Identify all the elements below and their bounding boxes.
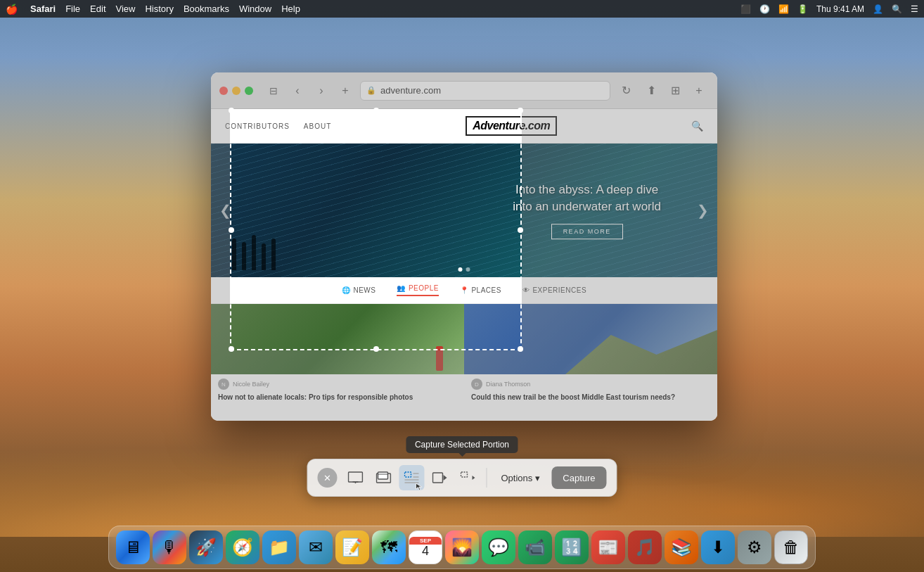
dock-safari[interactable]: 🧭	[226, 530, 259, 564]
close-button[interactable]	[219, 87, 228, 95]
website-content: CONTRIBUTORS ABOUT Adventure.com 🔍 Into …	[211, 109, 717, 421]
apple-menu[interactable]: 🍎	[6, 4, 18, 15]
options-chevron-icon: ▾	[535, 473, 540, 483]
silhouette-4	[262, 243, 266, 270]
article-card-2: D Diana Thomson Could this new trail be …	[464, 304, 717, 407]
record-entire-screen-button[interactable]	[427, 465, 452, 490]
dock-calendar[interactable]: SEP 4	[409, 530, 442, 564]
nav-contributors[interactable]: CONTRIBUTORS	[225, 122, 290, 130]
dock-folder[interactable]: 📁	[262, 530, 296, 564]
new-window-button[interactable]: +	[689, 81, 709, 101]
site-search-icon[interactable]: 🔍	[691, 120, 703, 132]
close-screenshot-button[interactable]: ✕	[317, 468, 337, 488]
app-name[interactable]: Safari	[30, 4, 56, 14]
dock-launchpad[interactable]: 🚀	[189, 530, 223, 564]
dock-notes[interactable]: 📝	[335, 530, 369, 564]
dock-maps[interactable]: 🗺	[372, 530, 406, 564]
capture-entire-screen-button[interactable]	[342, 465, 368, 490]
clock-icon: 🕐	[759, 4, 770, 14]
dock-numbers[interactable]: 🔢	[555, 530, 589, 564]
article-title-2[interactable]: Could this new trail be the boost Middle…	[471, 393, 710, 402]
capture-selected-portion-button[interactable]	[399, 465, 424, 490]
hero-dot-2[interactable]	[466, 267, 470, 272]
cat-places[interactable]: 📍 PLACES	[460, 284, 501, 296]
dock-trash[interactable]: 🗑	[774, 530, 808, 564]
cat-people[interactable]: 👥 PEOPLE	[397, 284, 439, 296]
silhouette-5	[271, 239, 276, 270]
hero-prev-button[interactable]: ❮	[219, 202, 231, 219]
dock-music[interactable]: 🎵	[628, 530, 662, 564]
author-avatar-1: N	[218, 379, 229, 390]
dock-news[interactable]: 📰	[591, 530, 625, 564]
menu-help[interactable]: Help	[281, 4, 300, 14]
svg-marker-14	[472, 476, 475, 480]
control-center-icon[interactable]: ☰	[911, 4, 918, 14]
menu-edit[interactable]: Edit	[90, 4, 105, 14]
reload-button[interactable]: ↻	[616, 81, 636, 101]
new-tab-button[interactable]: +	[336, 82, 354, 100]
forward-button[interactable]: ›	[312, 82, 331, 100]
lock-icon: 🔒	[366, 86, 376, 95]
back-button[interactable]: ‹	[288, 82, 307, 100]
zoom-button[interactable]	[245, 87, 253, 95]
hero-title-line1: Into the abyss: A deep dive	[515, 183, 658, 196]
share-button[interactable]: ⬆	[641, 81, 661, 101]
menu-history[interactable]: History	[145, 4, 173, 14]
toolbar-divider	[486, 468, 487, 488]
dock-finder[interactable]: 🖥	[116, 530, 150, 564]
menu-view[interactable]: View	[116, 4, 136, 14]
category-nav: 🌐 NEWS 👥 PEOPLE 📍 PLACES 👁 EXPERIENCES	[211, 277, 717, 304]
cat-experiences[interactable]: 👁 EXPERIENCES	[522, 284, 586, 296]
address-bar[interactable]: 🔒 adventure.com	[360, 81, 610, 101]
tooltip-text: Capture Selected Portion	[415, 440, 509, 450]
svg-rect-13	[461, 472, 467, 477]
minimize-button[interactable]	[232, 87, 240, 95]
menubar-left: 🍎 Safari File Edit View History Bookmark…	[6, 4, 300, 15]
hero-next-button[interactable]: ❯	[697, 202, 709, 219]
svg-rect-0	[348, 472, 362, 482]
add-tab-button[interactable]: ⊞	[665, 81, 685, 101]
dock-photos[interactable]: 🌄	[445, 530, 479, 564]
cat-news[interactable]: 🌐 NEWS	[342, 284, 376, 296]
article-img-1	[211, 304, 464, 374]
site-logo: Adventure.com	[466, 116, 557, 136]
options-label: Options	[501, 473, 532, 483]
capture-selected-window-button[interactable]	[371, 465, 396, 490]
cat-people-icon: 👥	[397, 284, 406, 292]
site-nav: CONTRIBUTORS ABOUT Adventure.com 🔍	[211, 109, 717, 144]
dock-system-preferences[interactable]: ⚙	[738, 530, 771, 564]
author-name-1: Nicole Bailey	[233, 381, 269, 388]
browser-window: ⊟ ‹ › + 🔒 adventure.com ↻ ⬆ ⊞ + CONTRIBU…	[211, 72, 717, 421]
dock-messages[interactable]: 💬	[482, 530, 515, 564]
record-selected-portion-button[interactable]	[455, 465, 480, 490]
svg-rect-6	[404, 472, 411, 477]
article-meta-1: N Nicole Bailey How not to alienate loca…	[211, 374, 464, 407]
hero-silhouettes	[232, 235, 276, 270]
dock-facetime[interactable]: 📹	[518, 530, 552, 564]
article-title-1[interactable]: How not to alienate locals: Pro tips for…	[218, 393, 457, 402]
article-figure-1	[436, 346, 443, 371]
options-button[interactable]: Options ▾	[492, 466, 548, 489]
capture-button[interactable]: Capture	[551, 466, 606, 489]
sidebar-button[interactable]: ⊟	[264, 82, 283, 100]
search-icon[interactable]: 🔍	[892, 4, 902, 14]
menubar: 🍎 Safari File Edit View History Bookmark…	[0, 0, 924, 18]
dock-siri[interactable]: 🎙	[153, 530, 186, 564]
hero-cta-button[interactable]: READ MORE	[551, 224, 623, 239]
dock-mail[interactable]: ✉	[299, 530, 333, 564]
site-nav-links: CONTRIBUTORS ABOUT	[225, 122, 331, 130]
dock-books[interactable]: 📚	[665, 530, 698, 564]
hero-title-line2: into an underwater art world	[513, 200, 661, 213]
menu-bookmarks[interactable]: Bookmarks	[184, 4, 229, 14]
wifi-icon: 📶	[778, 4, 789, 14]
dock-appstore[interactable]: ⬇	[701, 530, 735, 564]
menu-file[interactable]: File	[65, 4, 80, 14]
nav-about[interactable]: ABOUT	[304, 122, 331, 130]
hero-dot-1[interactable]	[458, 267, 463, 272]
cat-news-icon: 🌐	[342, 286, 351, 294]
menu-window[interactable]: Window	[239, 4, 271, 14]
article-author-2: D Diana Thomson	[471, 379, 710, 390]
silhouette-3	[252, 235, 256, 270]
hero-title: Into the abyss: A deep dive into an unde…	[513, 182, 661, 215]
time-display: Thu 9:41 AM	[816, 4, 864, 14]
